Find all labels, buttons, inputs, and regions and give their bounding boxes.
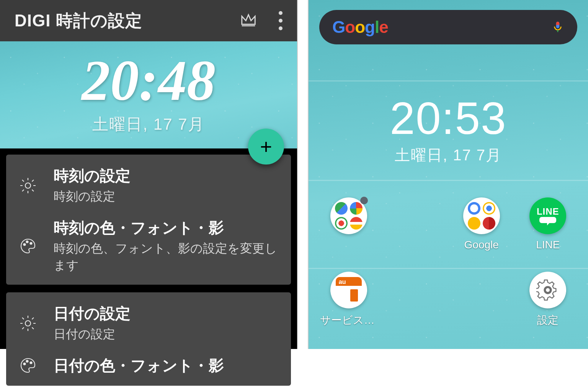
- svg-point-7: [26, 360, 28, 362]
- row-time-appearance[interactable]: 時刻の色・フォント・影 時刻の色、フォント、影の設定を変更します: [18, 218, 279, 274]
- settings-card-date: 日付の設定 日付の設定 日付の色・フォント・影: [6, 292, 291, 386]
- palette-icon: [18, 236, 38, 256]
- svg-point-2: [24, 244, 26, 246]
- app-bar: DIGI 時計の設定: [0, 0, 297, 41]
- app-settings[interactable]: 設定: [523, 272, 573, 328]
- row-subtitle: 時刻の設定: [54, 188, 279, 205]
- app-title: DIGI 時計の設定: [15, 10, 240, 32]
- folder-icon: [463, 197, 500, 234]
- svg-point-3: [26, 241, 28, 243]
- svg-point-1: [25, 183, 31, 188]
- home-screen: Google 20:53 土曜日, 17 7月: [309, 0, 588, 349]
- app-label: サービスTo…: [320, 313, 377, 328]
- folder-icon: [330, 197, 367, 234]
- svg-point-6: [24, 363, 26, 365]
- app-label: LINE: [536, 239, 560, 251]
- app-line[interactable]: LINE LINE: [523, 197, 573, 251]
- svg-point-5: [25, 321, 31, 326]
- app-au-service[interactable]: au サービスTo…: [324, 272, 374, 328]
- row-date-appearance[interactable]: 日付の色・フォント・影: [18, 356, 279, 375]
- row-date-settings[interactable]: 日付の設定 日付の設定: [18, 304, 279, 343]
- app-label: Google: [464, 239, 499, 251]
- home-time: 20:53: [309, 96, 588, 141]
- palette-icon: [18, 356, 38, 375]
- settings-app: DIGI 時計の設定 20:48 土曜日, 17 7月 +: [0, 0, 297, 349]
- row-subtitle: 日付の設定: [54, 326, 279, 343]
- row-title: 時刻の色・フォント・影: [54, 218, 279, 237]
- row-subtitle: 時刻の色、フォント、影の設定を変更します: [54, 240, 279, 274]
- google-logo: Google: [332, 18, 388, 37]
- preview-date: 土曜日, 17 7月: [92, 114, 204, 135]
- row-time-settings[interactable]: 時刻の設定 時刻の設定: [18, 166, 279, 205]
- settings-card-time: 時刻の設定 時刻の設定 時刻の色・フォント・影 時刻の色、フォント、影の設定を変…: [6, 155, 291, 285]
- preview-time: 20:48: [82, 52, 216, 109]
- line-icon: LINE: [529, 197, 566, 234]
- voice-search-icon[interactable]: [551, 21, 564, 34]
- add-widget-fab[interactable]: +: [248, 129, 284, 165]
- row-title: 時刻の設定: [54, 166, 279, 185]
- app-folder-google[interactable]: Google: [457, 197, 506, 251]
- row-title: 日付の色・フォント・影: [54, 356, 279, 375]
- clock-widget[interactable]: 20:53 土曜日, 17 7月: [309, 96, 588, 166]
- settings-list: 時刻の設定 時刻の設定 時刻の色・フォント・影 時刻の色、フォント、影の設定を変…: [6, 155, 291, 349]
- more-menu-icon[interactable]: [276, 9, 286, 33]
- settings-icon: [529, 272, 566, 308]
- widget-preview[interactable]: 20:48 土曜日, 17 7月: [0, 41, 297, 148]
- plus-icon: +: [260, 136, 272, 157]
- premium-crown-icon[interactable]: [240, 11, 257, 30]
- au-service-icon: au: [330, 272, 367, 308]
- pane-divider: [297, 0, 309, 349]
- gear-icon: [18, 176, 38, 195]
- app-label: 設定: [537, 313, 559, 328]
- google-search-bar[interactable]: Google: [319, 10, 577, 44]
- gear-icon: [18, 314, 38, 333]
- row-title: 日付の設定: [54, 304, 279, 323]
- home-date: 土曜日, 17 7月: [309, 145, 588, 166]
- app-grid: Google LINE LINE au サービスTo…: [315, 197, 581, 328]
- svg-point-8: [30, 362, 32, 364]
- app-folder-google-misc[interactable]: [324, 197, 374, 251]
- svg-point-4: [30, 243, 32, 245]
